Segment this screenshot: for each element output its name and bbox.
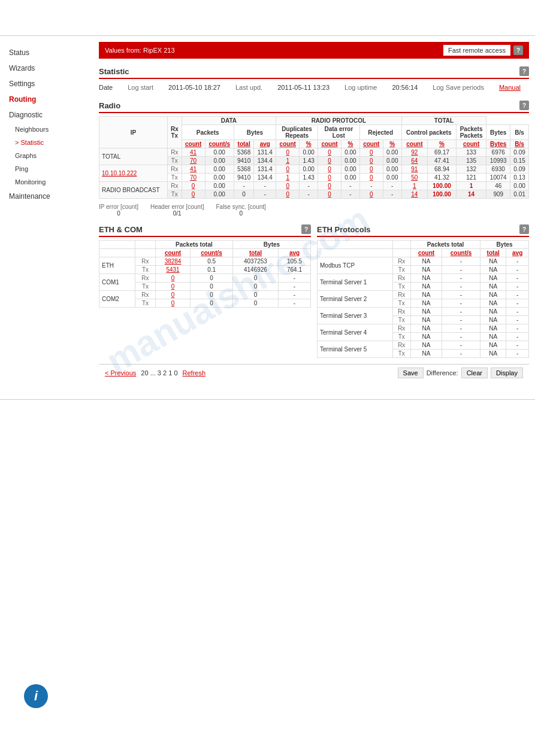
radio-row-label: RADIO BROADCAST xyxy=(99,182,168,199)
sidebar-item-settings[interactable]: Settings xyxy=(0,76,93,92)
tot-bytes: 6930 xyxy=(486,165,510,174)
eth-com-help-button[interactable]: ? xyxy=(301,224,311,234)
err-count: 0 xyxy=(318,165,341,174)
values-bar: Values from: RipEX 213 Fast remote acces… xyxy=(99,42,529,59)
col-bytes: Bytes xyxy=(234,125,276,140)
sidebar-item-wizards[interactable]: Wizards xyxy=(0,60,93,76)
rxtx-label: Rx xyxy=(168,148,182,157)
sidebar: Status Wizards Settings Routing Diagnost… xyxy=(0,42,93,381)
prev-link[interactable]: < Previous xyxy=(105,369,136,377)
rxtx-label: Rx xyxy=(168,182,182,190)
ethp-count: NA xyxy=(411,299,442,308)
radio-table-row: RADIO BROADCASTRx00.00--0-0---1100.00146… xyxy=(99,182,529,190)
ctrl-count: 50 xyxy=(401,174,428,182)
statistic-help-button[interactable]: ? xyxy=(519,66,529,76)
ethp-counts: - xyxy=(442,350,480,358)
sidebar-item-status[interactable]: Status xyxy=(0,45,93,60)
pkt-counts: 0.00 xyxy=(205,148,234,157)
ethp-row-label: Terminal Server 4 xyxy=(318,324,393,341)
col-total-packets: PacketsPackets xyxy=(456,125,486,140)
clear-button[interactable]: Clear xyxy=(461,368,488,378)
bottom-row: ETH & COM ? Packets total Bytes xyxy=(99,223,529,358)
sidebar-sub-item-statistic[interactable]: Statistic xyxy=(0,136,93,149)
sidebar-item-routing[interactable]: Routing xyxy=(0,92,93,107)
eth-protocols-row: Modbus TCPRxNA-NA- xyxy=(318,257,529,266)
col-duplicates-repeats: DuplicatesRepeats xyxy=(276,125,318,140)
sidebar-item-diagnostic[interactable]: Diagnostic xyxy=(0,107,93,123)
ethp-rxtx: Rx xyxy=(392,341,411,350)
ctrl-count: 1 xyxy=(401,182,428,190)
ethp-rxtx: Tx xyxy=(392,299,411,308)
ethp-rxtx: Rx xyxy=(392,291,411,299)
fast-remote-access-button[interactable]: Fast remote access xyxy=(443,45,510,56)
ethp-total: NA xyxy=(480,274,506,283)
ctrl-pct: 41.32 xyxy=(428,174,457,182)
ethp-counts: - xyxy=(442,291,480,299)
col-dup-count: count xyxy=(276,140,300,148)
radio-section: Radio ? IP RxTx DATA RADIO PROTOCOL TOTA… xyxy=(99,99,529,217)
ethp-count: NA xyxy=(411,274,442,283)
save-button[interactable]: Save xyxy=(398,368,424,378)
eth-protocols-row: Terminal Server 1RxNA-NA- xyxy=(318,274,529,283)
rxtx: Rx xyxy=(135,291,156,299)
ethp-avg: - xyxy=(506,333,529,341)
eth-protocols-table: Packets total Bytes count count/s total … xyxy=(317,240,529,358)
ethp-col-label xyxy=(318,241,393,249)
radio-section-header: Radio ? xyxy=(99,99,529,113)
ethp-avg: - xyxy=(506,283,529,291)
ethp-total: NA xyxy=(480,308,506,316)
eth-count: 0 xyxy=(155,283,190,291)
err-pct: - xyxy=(341,190,360,199)
pkt-counts: 0.00 xyxy=(205,157,234,165)
false-sync-label: False sync. [count] xyxy=(216,204,265,210)
sidebar-item-maintenance[interactable]: Maintenance xyxy=(0,189,93,204)
radio-table-row: TOTALRx410.005368131.400.0000.0000.00926… xyxy=(99,148,529,157)
eth-avg: - xyxy=(278,291,310,299)
sidebar-sub-item-neighbours[interactable]: Neighbours xyxy=(0,123,93,136)
pkt-counts: 0.00 xyxy=(205,174,234,182)
page-wrapper: Status Wizards Settings Routing Diagnost… xyxy=(0,0,535,756)
false-sync-value: 0 xyxy=(216,210,265,217)
header-error-value: 0/1 xyxy=(150,210,204,217)
eth-total: 0 xyxy=(232,299,278,308)
tot-pkt: 121 xyxy=(456,174,486,182)
values-bar-help-button[interactable]: ? xyxy=(513,45,523,55)
ethp-rxtx: Tx xyxy=(392,316,411,324)
log-save-value[interactable]: Manual xyxy=(499,84,521,91)
rej-count: 0 xyxy=(359,148,383,157)
radio-section-title: Radio xyxy=(99,101,120,110)
ethp-avg: - xyxy=(506,299,529,308)
eth-protocols-help-button[interactable]: ? xyxy=(519,224,529,234)
radio-row-label: TOTAL xyxy=(99,148,168,165)
ethp-total: NA xyxy=(480,333,506,341)
ethp-total: NA xyxy=(480,341,506,350)
dup-count: 1 xyxy=(276,174,300,182)
rxtx: Tx xyxy=(135,266,156,274)
sidebar-sub-item-monitoring[interactable]: Monitoring xyxy=(0,175,93,189)
rej-count: 0 xyxy=(359,165,383,174)
eth-com-row: COM1Rx000- xyxy=(99,274,311,283)
col-total-bytes: Bytes xyxy=(486,125,510,140)
date-label: Date xyxy=(99,84,113,91)
bytes-total: 0 xyxy=(234,190,254,199)
radio-help-button[interactable]: ? xyxy=(519,101,529,110)
sidebar-sub-item-ping[interactable]: Ping xyxy=(0,162,93,175)
col-packets: Packets xyxy=(182,125,234,140)
ethp-counts: - xyxy=(442,316,480,324)
eth-col-counts: count/s xyxy=(191,249,233,257)
display-button[interactable]: Display xyxy=(491,368,523,378)
sidebar-sub-item-graphs[interactable]: Graphs xyxy=(0,149,93,162)
dup-count: 0 xyxy=(276,190,300,199)
footer-bar: < Previous 20 ... 3 2 1 0 Refresh Save D… xyxy=(99,364,529,381)
statistic-section: Statistic ? Date Log start 2011-05-10 18… xyxy=(99,65,529,93)
col-data-group: DATA xyxy=(182,117,276,125)
eth-count: 0 xyxy=(155,274,190,283)
eth-avg: - xyxy=(278,283,310,291)
refresh-link[interactable]: Refresh xyxy=(183,369,206,377)
ethp-counts: - xyxy=(442,341,480,350)
eth-com-row-label: COM2 xyxy=(99,291,135,308)
eth-col-packets-total: Packets total xyxy=(155,241,232,249)
col-tot-bps: B/s xyxy=(510,140,529,148)
tot-bytes: 909 xyxy=(486,190,510,199)
bytes-total: 9410 xyxy=(234,174,254,182)
